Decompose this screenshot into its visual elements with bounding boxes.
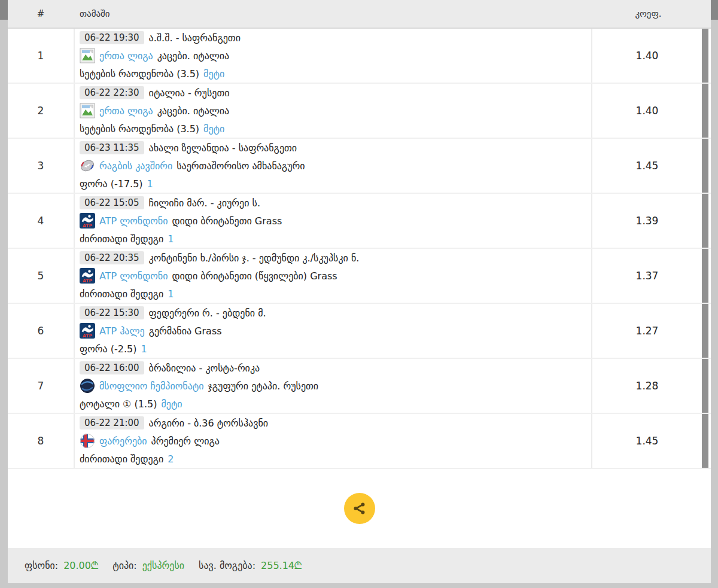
bet-pick-link[interactable]: 1 <box>168 233 174 245</box>
row-action-strip[interactable] <box>702 194 708 248</box>
match-name: ა.შ.შ. - საფრანგეთი <box>149 32 241 44</box>
column-header-number: # <box>8 8 74 19</box>
row-number: 3 <box>8 139 74 193</box>
row-number: 6 <box>8 304 74 358</box>
odds-value: 1.40 <box>592 29 702 83</box>
league-link[interactable]: ATP ლონდონი <box>99 215 168 227</box>
league-link[interactable]: ერთა ლიგა <box>99 50 153 62</box>
time-badge: 06-22 20:35 <box>80 251 144 264</box>
bet-pick-link[interactable]: მეტი <box>203 123 224 135</box>
league-link[interactable]: ATP ლონდონი <box>99 270 168 282</box>
bet-type: ძირითადი შედეგი <box>80 453 163 465</box>
league-info: დიდი ბრიტანეთი (წყვილები) Grass <box>172 270 337 282</box>
odds-value: 1.28 <box>592 359 702 413</box>
league-link[interactable]: ფარერები <box>99 435 147 447</box>
bet-type: ძირითადი შედეგი <box>80 288 163 300</box>
match-name: ახალი ზელანდია - საფრანგეთი <box>149 142 297 154</box>
bet-row: 8 06-22 21:00 არგირი - ბ.36 ტორსჰავნი <box>8 414 711 469</box>
league-icon: ATP <box>80 378 95 394</box>
column-header-game: თამაში <box>74 8 592 19</box>
atp-logo-icon: ATP <box>80 323 95 339</box>
match-name: ფედერერი რ. - ებდენი მ. <box>149 307 266 319</box>
odds-value: 1.45 <box>592 139 702 193</box>
bet-type: ძირითადი შედეგი <box>80 233 163 245</box>
row-action-strip[interactable] <box>702 249 708 303</box>
svg-text:ATP: ATP <box>83 223 92 229</box>
row-number: 4 <box>8 194 74 248</box>
time-badge: 06-22 21:00 <box>80 416 144 429</box>
table-header: # თამაში კოეფ. <box>8 0 711 29</box>
time-badge: 06-22 22:30 <box>80 86 144 99</box>
row-action-strip[interactable] <box>702 139 708 193</box>
odds-value: 1.37 <box>592 249 702 303</box>
league-info: გერმანია Grass <box>149 325 222 337</box>
share-button[interactable] <box>344 493 375 524</box>
bet-pick-link[interactable]: მეტი <box>203 68 224 80</box>
bet-row: 4 06-22 15:05 ჩილიჩი მარ. - კიურეი ს. <box>8 194 711 249</box>
league-link[interactable]: ATP ჰალე <box>99 325 145 337</box>
bet-type: ტოტალი ① (1.5) <box>80 398 157 410</box>
row-number: 1 <box>8 29 74 83</box>
time-badge: 06-22 15:05 <box>80 196 144 209</box>
faroe-islands-flag-icon <box>80 433 95 449</box>
match-name: კონტინენი ხ./პირსი ჯ. - ედმუნდი კ./სკუპს… <box>149 252 360 264</box>
row-number: 8 <box>8 414 74 468</box>
match-name: არგირი - ბ.36 ტორსჰავნი <box>149 418 268 429</box>
summary-bar: ფსონი: 20.00₾ ტიპი: ექსპრესი სავ. მოგება… <box>8 548 711 583</box>
bet-pick-link[interactable]: 1 <box>168 288 174 300</box>
league-icon: ATP <box>80 323 95 339</box>
league-link[interactable]: მსოფლიო ჩემპიონატი <box>99 380 204 392</box>
league-icon: ATP <box>80 433 95 449</box>
match-name: ბრაზილია - კოსტა-რიკა <box>149 362 260 374</box>
bet-pick-link[interactable]: მეტი <box>161 398 182 410</box>
betslip-card: # თამაში კოეფ. 1 06-22 19:30 ა.შ.შ. - სა… <box>8 0 711 583</box>
bet-row: 2 06-22 22:30 იტალია - რუსეთი <box>8 84 711 139</box>
bet-pick-link[interactable]: 2 <box>168 453 174 465</box>
row-number: 5 <box>8 249 74 303</box>
atp-logo-icon: ATP <box>80 213 95 229</box>
row-action-strip[interactable] <box>702 359 708 413</box>
league-icon: ATP <box>80 48 95 63</box>
league-icon: ATP <box>80 268 95 284</box>
row-action-strip[interactable] <box>702 29 708 83</box>
bet-row: 1 06-22 19:30 ა.შ.შ. - საფრანგეთი <box>8 29 711 84</box>
league-icon: ATP <box>80 158 95 173</box>
league-info: დიდი ბრიტანეთი Grass <box>172 215 282 227</box>
table-body: 1 06-22 19:30 ა.შ.შ. - საფრანგეთი <box>8 29 711 469</box>
league-info: ჯგუფური ეტაპი. რუსეთი <box>208 380 319 392</box>
world-cup-globe-icon <box>80 378 95 394</box>
match-name: ჩილიჩი მარ. - კიურეი ს. <box>149 197 260 209</box>
bet-pick-link[interactable]: 1 <box>141 343 147 355</box>
possible-win-value: 255.14₾ <box>261 560 302 571</box>
bet-row: 6 06-22 15:30 ფედერერი რ. - ებდენი მ. <box>8 304 711 359</box>
row-number: 7 <box>8 359 74 413</box>
game-cell: 06-22 20:35 კონტინენი ხ./პირსი ჯ. - ედმუ… <box>74 249 592 303</box>
league-info: კაცები. იტალია <box>157 105 230 117</box>
image-placeholder-icon <box>80 103 95 118</box>
odds-value: 1.27 <box>592 304 702 358</box>
odds-value: 1.40 <box>592 84 702 138</box>
row-action-strip[interactable] <box>702 414 708 468</box>
possible-win-label: სავ. მოგება: <box>199 560 255 571</box>
time-badge: 06-22 15:30 <box>80 306 144 319</box>
svg-text:ATP: ATP <box>83 278 92 284</box>
odds-value: 1.39 <box>592 194 702 248</box>
bet-row: 3 06-23 11:35 ახალი ზელანდია - საფრანგეთ… <box>8 139 711 194</box>
game-cell: 06-22 15:05 ჩილიჩი მარ. - კიურეი ს. <box>74 194 592 248</box>
image-placeholder-icon <box>80 48 95 63</box>
row-action-strip[interactable] <box>702 84 708 138</box>
game-cell: 06-22 15:30 ფედერერი რ. - ებდენი მ. <box>74 304 592 358</box>
stake-label: ფსონი: <box>25 560 58 571</box>
bet-type: სეტების რაოდენობა (3.5) <box>80 123 199 135</box>
league-link[interactable]: ერთა ლიგა <box>99 105 153 117</box>
game-cell: 06-23 11:35 ახალი ზელანდია - საფრანგეთი <box>74 139 592 193</box>
bet-pick-link[interactable]: 1 <box>147 178 153 190</box>
league-link[interactable]: რაგბის კავშირი <box>99 160 172 172</box>
game-cell: 06-22 22:30 იტალია - რუსეთი <box>74 84 592 138</box>
bet-type: ფორა (-2.5) <box>80 343 136 355</box>
bet-type-label: ტიპი: <box>112 560 137 571</box>
league-icon: ATP <box>80 213 95 229</box>
rugby-ball-icon <box>80 158 95 173</box>
row-action-strip[interactable] <box>702 304 708 358</box>
svg-text:ATP: ATP <box>83 333 92 339</box>
